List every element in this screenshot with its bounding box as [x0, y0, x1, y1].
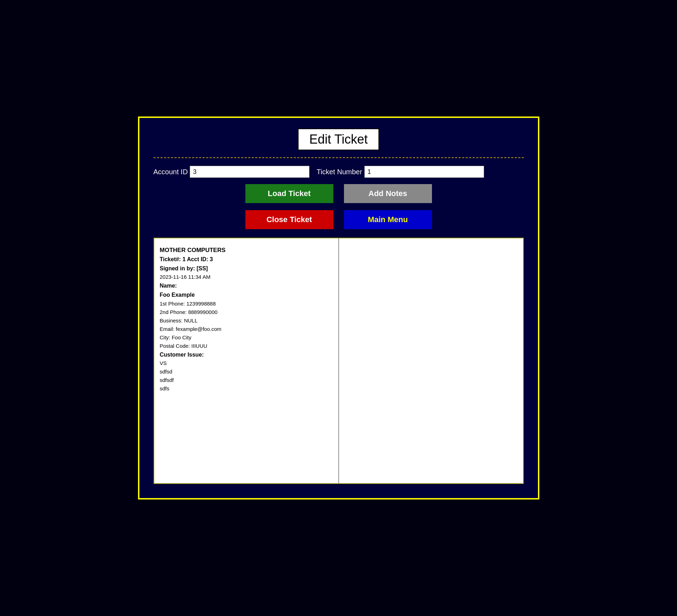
business: Business: NULL [160, 316, 333, 325]
ticket-number-input[interactable] [364, 166, 484, 178]
ticket-acct: Ticket#: 1 Acct ID: 3 [160, 255, 333, 264]
buttons-row-1: Load Ticket Add Notes [245, 184, 432, 203]
issue-line-1: VS [160, 359, 333, 367]
email: Email: fexample@foo.com [160, 325, 333, 333]
close-ticket-button[interactable]: Close Ticket [245, 210, 333, 229]
page-title: Edit Ticket [298, 128, 379, 150]
phone1: 1st Phone: 1239998888 [160, 300, 333, 308]
ticket-number-group: Ticket Number [316, 166, 484, 178]
ticket-number-label: Ticket Number [316, 168, 362, 176]
ticket-company: MOTHER COMPUTERS [160, 245, 333, 255]
issue-line-4: sdfs [160, 384, 333, 393]
main-menu-button[interactable]: Main Menu [344, 210, 432, 229]
add-notes-button[interactable]: Add Notes [344, 184, 432, 203]
issue-label: Customer Issue: [160, 350, 333, 359]
main-container: Edit Ticket Account ID Ticket Number Loa… [138, 117, 539, 499]
account-id-group: Account ID [153, 166, 310, 178]
postal: Postal Code: IIIUUU [160, 342, 333, 350]
signed-in-row: Signed in by: [SS] [160, 264, 333, 273]
signed-in-value: [SS] [196, 265, 208, 271]
ticket-date: 2023-11-16 11:34 AM [160, 273, 333, 281]
fields-row: Account ID Ticket Number [153, 166, 524, 178]
buttons-row-2: Close Ticket Main Menu [245, 210, 432, 229]
name-label: Name: [160, 281, 333, 290]
load-ticket-button[interactable]: Load Ticket [245, 184, 333, 203]
account-id-label: Account ID [153, 168, 188, 176]
issue-line-3: sdfsdf [160, 376, 333, 384]
name-value: Foo Example [160, 290, 333, 300]
content-left: MOTHER COMPUTERS Ticket#: 1 Acct ID: 3 S… [154, 238, 339, 483]
city: City: Foo City [160, 333, 333, 342]
issue-line-2: sdfsd [160, 367, 333, 376]
signed-in-label: Signed in by: [160, 265, 195, 271]
account-id-input[interactable] [190, 166, 309, 178]
issue-lines: VS sdfsd sdfsdf sdfs [160, 359, 333, 393]
content-right [339, 238, 523, 483]
phone2: 2nd Phone: 8889990000 [160, 308, 333, 316]
content-area: MOTHER COMPUTERS Ticket#: 1 Acct ID: 3 S… [153, 238, 524, 484]
divider [153, 157, 524, 158]
